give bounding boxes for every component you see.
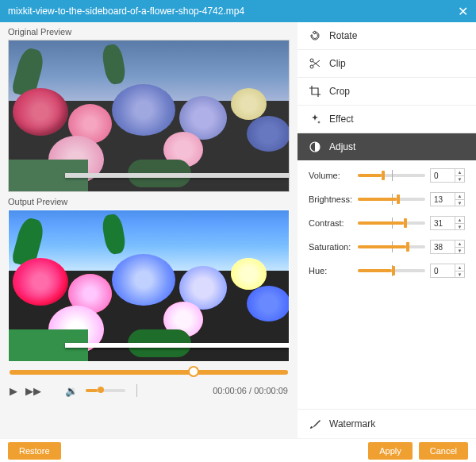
spinner-down-icon[interactable]: ▼ bbox=[455, 176, 464, 183]
menu-label: Adjust bbox=[329, 141, 355, 152]
menu-label: Watermark bbox=[329, 418, 375, 429]
menu-label: Crop bbox=[329, 86, 350, 97]
spinner-up-icon[interactable]: ▲ bbox=[455, 193, 464, 200]
menu-label: Clip bbox=[329, 58, 346, 69]
saturation-slider[interactable] bbox=[358, 245, 425, 248]
window-title: mixkit-view-to-the-sideboard-of-a-flower… bbox=[8, 6, 244, 17]
timeline-thumb[interactable] bbox=[188, 366, 199, 377]
hue-label: Hue: bbox=[309, 266, 353, 275]
menu-rotate[interactable]: Rotate bbox=[298, 22, 476, 50]
restore-button[interactable]: Restore bbox=[8, 442, 61, 460]
brightness-label: Brightness: bbox=[309, 194, 353, 204]
spinner-down-icon[interactable]: ▼ bbox=[455, 200, 464, 206]
rotate-icon bbox=[309, 29, 321, 42]
volume-spinner[interactable]: 0▲▼ bbox=[430, 168, 465, 183]
spinner-up-icon[interactable]: ▲ bbox=[455, 241, 464, 248]
spinner-down-icon[interactable]: ▼ bbox=[455, 271, 464, 278]
saturation-spinner[interactable]: 38▲▼ bbox=[430, 240, 465, 254]
brush-icon bbox=[309, 418, 321, 430]
brightness-spinner[interactable]: 13▲▼ bbox=[430, 192, 465, 206]
brightness-slider[interactable] bbox=[358, 198, 425, 201]
output-preview bbox=[8, 210, 290, 362]
menu-crop[interactable]: Crop bbox=[298, 78, 476, 106]
saturation-label: Saturation: bbox=[309, 242, 353, 252]
spinner-up-icon[interactable]: ▲ bbox=[455, 217, 464, 224]
volume-label: Volume: bbox=[309, 171, 353, 180]
hue-spinner[interactable]: 0▲▼ bbox=[430, 264, 465, 278]
menu-adjust[interactable]: Adjust bbox=[298, 133, 476, 160]
spinner-up-icon[interactable]: ▲ bbox=[455, 169, 464, 176]
footer: Restore Apply Cancel bbox=[0, 438, 476, 462]
close-icon[interactable]: ✕ bbox=[458, 4, 468, 19]
apply-button[interactable]: Apply bbox=[368, 442, 413, 460]
contrast-label: Contrast: bbox=[309, 218, 353, 228]
svg-point-1 bbox=[310, 65, 313, 68]
play-icon[interactable]: ▶ bbox=[10, 385, 17, 397]
spinner-down-icon[interactable]: ▼ bbox=[455, 224, 464, 230]
hue-slider[interactable] bbox=[358, 269, 425, 272]
time-display: 00:00:06 / 00:00:09 bbox=[213, 386, 288, 395]
menu-label: Effect bbox=[329, 114, 353, 125]
fast-forward-icon[interactable]: ▶▶ bbox=[25, 385, 41, 397]
adjust-icon bbox=[309, 141, 321, 153]
volume-slider[interactable] bbox=[86, 389, 125, 392]
volume-adjust-slider[interactable] bbox=[358, 174, 425, 177]
output-preview-label: Output Preview bbox=[0, 192, 298, 210]
title-bar: mixkit-view-to-the-sideboard-of-a-flower… bbox=[0, 0, 476, 22]
preview-panel: Original Preview Output Preview bbox=[0, 22, 298, 438]
spinner-down-icon[interactable]: ▼ bbox=[455, 248, 464, 254]
scissors-icon bbox=[309, 57, 321, 70]
divider bbox=[136, 384, 137, 397]
menu-effect[interactable]: Effect bbox=[298, 106, 476, 133]
timeline-slider[interactable] bbox=[10, 370, 288, 375]
spinner-up-icon[interactable]: ▲ bbox=[455, 264, 464, 271]
cancel-button[interactable]: Cancel bbox=[419, 442, 468, 460]
contrast-slider[interactable] bbox=[358, 221, 425, 225]
crop-icon bbox=[309, 85, 321, 98]
svg-point-0 bbox=[310, 59, 313, 62]
edit-panel: Rotate Clip Crop Effect Adjust bbox=[298, 22, 476, 438]
effect-icon bbox=[309, 113, 321, 125]
volume-icon[interactable]: 🔉 bbox=[65, 385, 78, 397]
adjust-panel: Volume: 0▲▼ Brightness: 13▲▼ Contrast: 3… bbox=[298, 160, 476, 286]
original-preview-label: Original Preview bbox=[0, 22, 298, 40]
original-preview bbox=[8, 40, 290, 192]
menu-label: Rotate bbox=[329, 30, 357, 41]
menu-watermark[interactable]: Watermark bbox=[298, 409, 476, 438]
contrast-spinner[interactable]: 31▲▼ bbox=[430, 216, 465, 230]
menu-clip[interactable]: Clip bbox=[298, 50, 476, 78]
